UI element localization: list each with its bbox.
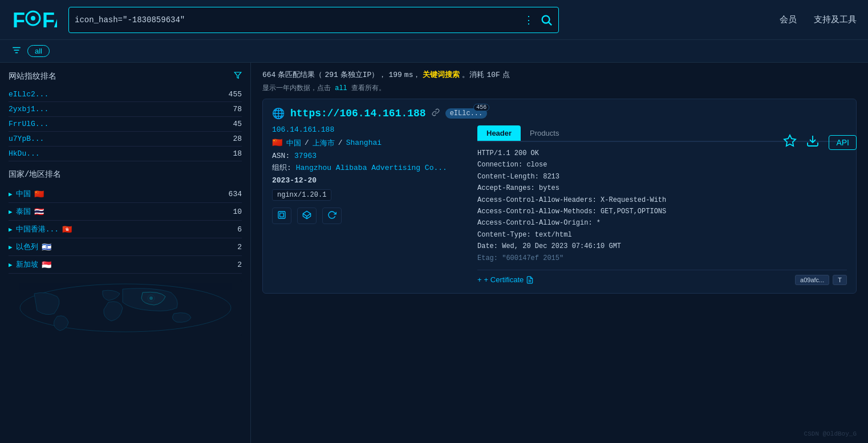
result-url[interactable]: https://106.14.161.188 (290, 108, 426, 119)
country-link[interactable]: 中国 (286, 138, 301, 148)
result-card: 🌐 https://106.14.161.188 eILlc... 456 (262, 99, 857, 294)
stats-all-link[interactable]: all (335, 84, 347, 92)
stats-note: 显示一年内数据，点击 all 查看所有。 (262, 83, 857, 93)
country-item[interactable]: ▶ 中国 🇨🇳 634 (9, 185, 242, 203)
country-flag: 🇨🇳 (272, 137, 283, 148)
svg-rect-15 (278, 212, 285, 218)
stats-cost-value: 10F (486, 71, 500, 79)
globe-icon: 🌐 (272, 107, 285, 120)
nav-member[interactable]: 会员 (780, 14, 797, 25)
country-title: 国家/地区排名 (9, 169, 61, 180)
header-content: HTTP/1.1 200 OKConnection: closeContent-… (477, 148, 847, 264)
ip-address[interactable]: 106.14.161.188 (272, 125, 466, 134)
stats-bar: 664 条匹配结果（ 291 条独立IP）， 199 ms， 关键词搜索 。消耗… (262, 70, 857, 80)
screenshot-button[interactable] (272, 208, 291, 224)
cert-bar: + + Certificate a0 (477, 270, 847, 285)
fingerprint-item[interactable]: eILlc2...455 (9, 87, 242, 102)
fingerprint-item[interactable]: HkDu...18 (9, 147, 242, 161)
city-link[interactable]: 上海市 (313, 138, 335, 148)
search-options-icon[interactable]: ⋮ (524, 14, 534, 26)
refresh-button[interactable] (322, 208, 342, 224)
cert-badges: a09afc...T (795, 275, 847, 285)
svg-point-11 (149, 296, 153, 300)
card-icon-buttons (272, 208, 466, 224)
district-link[interactable]: Shanghai (346, 139, 382, 147)
result-count: 664 (262, 71, 275, 79)
certificate-button[interactable]: + + Certificate (477, 275, 534, 284)
asn: ASN: 37963 (272, 152, 466, 160)
country-item[interactable]: ▶ 新加坡 🇸🇬 2 (9, 256, 242, 274)
card-body: 106.14.161.188 🇨🇳 中国 / 上海市 / Shanghai AS… (272, 125, 847, 285)
stats-keyword[interactable]: 关键词搜索 (423, 70, 460, 80)
stats-cost-unit: 点 (502, 70, 510, 80)
header: F FA ⋮ 会员 支持及工具 (0, 0, 868, 40)
header-nav: 会员 支持及工具 (780, 14, 857, 25)
card-header: 🌐 https://106.14.161.188 eILlc... 456 (272, 107, 847, 120)
svg-line-5 (549, 22, 551, 25)
content-area: 664 条匹配结果（ 291 条独立IP）， 199 ms， 关键词搜索 。消耗… (251, 63, 868, 443)
location: 🇨🇳 中国 / 上海市 / Shanghai (272, 137, 466, 148)
svg-text:F: F (13, 9, 25, 32)
svg-line-20 (303, 214, 307, 217)
main-content: 网站指纹排名 eILlc2...4552yxbj1...78FrrUlG...4… (0, 63, 868, 443)
link-icon (432, 108, 440, 119)
fingerprint-item[interactable]: FrrUlG...45 (9, 117, 242, 132)
filter-icon[interactable] (11, 45, 22, 58)
svg-point-2 (31, 16, 35, 21)
all-filter-button[interactable]: all (27, 45, 50, 57)
country-item[interactable]: ▶ 以色列 🇮🇱 2 (9, 238, 242, 256)
fingerprint-badge[interactable]: eILlc... 456 (445, 108, 488, 119)
download-button[interactable] (806, 134, 820, 151)
search-bar: ⋮ (68, 7, 559, 33)
nav-support[interactable]: 支持及工具 (814, 14, 857, 25)
unique-count: 291 (325, 71, 338, 79)
header-line: Connection: close (477, 159, 847, 170)
org-link[interactable]: Hangzhou Alibaba Advertising Co... (296, 164, 447, 172)
cert-badge[interactable]: T (833, 275, 847, 285)
svg-text:FA: FA (42, 9, 57, 32)
country-item[interactable]: ▶ 中国香港... 🇭🇰 6 (9, 221, 242, 238)
toolbar: all (0, 40, 868, 63)
fingerprint-title: 网站指纹排名 (9, 71, 56, 82)
structure-button[interactable] (297, 208, 317, 224)
stats-ms: 199 (388, 71, 401, 79)
header-line: Access-Control-Allow-Methods: GET,POST,O… (477, 206, 847, 217)
search-button[interactable] (540, 14, 553, 26)
fingerprint-section: 网站指纹排名 (9, 71, 242, 82)
header-line: Accept-Ranges: bytes (477, 182, 847, 194)
header-line: Access-Control-Allow-Headers: X-Requeste… (477, 194, 847, 206)
header-line: Access-Control-Allow-Origin: * (477, 217, 847, 229)
fingerprint-item[interactable]: u7YpB...28 (9, 132, 242, 147)
header-line: Date: Wed, 20 Dec 2023 07:46:10 GMT (477, 241, 847, 252)
svg-rect-16 (280, 213, 284, 217)
tab-products[interactable]: Products (521, 125, 568, 141)
stats-ms-unit: ms， (404, 70, 421, 80)
api-button[interactable]: API (829, 135, 857, 150)
header-line: Content-Type: text/html (477, 229, 847, 241)
watermark: CSDN @OldBoy_G (804, 430, 857, 437)
header-line: Content-Length: 8213 (477, 171, 847, 182)
svg-marker-13 (784, 135, 796, 146)
card-left: 106.14.161.188 🇨🇳 中国 / 上海市 / Shanghai AS… (272, 125, 466, 285)
country-list: ▶ 中国 🇨🇳 634 ▶ 泰国 🇹🇭 10 ▶ 中国香港... 🇭🇰 6 ▶ … (9, 185, 242, 274)
search-input[interactable] (75, 15, 524, 25)
header-line: Etag: "600147ef 2015" (477, 253, 847, 264)
cert-badge[interactable]: a09afc... (795, 275, 829, 285)
stats-unit: 条匹配结果（ (278, 70, 322, 80)
tab-header[interactable]: Header (477, 125, 521, 141)
fingerprint-filter-icon[interactable] (234, 71, 242, 82)
date: 2023-12-20 (272, 176, 466, 185)
sidebar: 网站指纹排名 eILlc2...4552yxbj1...78FrrUlG...4… (0, 63, 251, 443)
star-button[interactable] (783, 134, 797, 151)
svg-line-19 (307, 214, 311, 217)
stats-unique-unit: 条独立IP）， (340, 70, 387, 80)
content-actions: API (783, 134, 857, 151)
country-item[interactable]: ▶ 泰国 🇹🇭 10 (9, 203, 242, 221)
org: 组织: Hangzhou Alibaba Advertising Co... (272, 162, 466, 173)
fingerprint-list: eILlc2...4552yxbj1...78FrrUlG...45u7YpB.… (9, 87, 242, 161)
svg-point-4 (542, 15, 550, 23)
fingerprint-item[interactable]: 2yxbj1...78 (9, 102, 242, 117)
badge-count: 456 (473, 104, 489, 111)
asn-link[interactable]: 37963 (294, 152, 317, 160)
logo: F FA (11, 6, 57, 34)
